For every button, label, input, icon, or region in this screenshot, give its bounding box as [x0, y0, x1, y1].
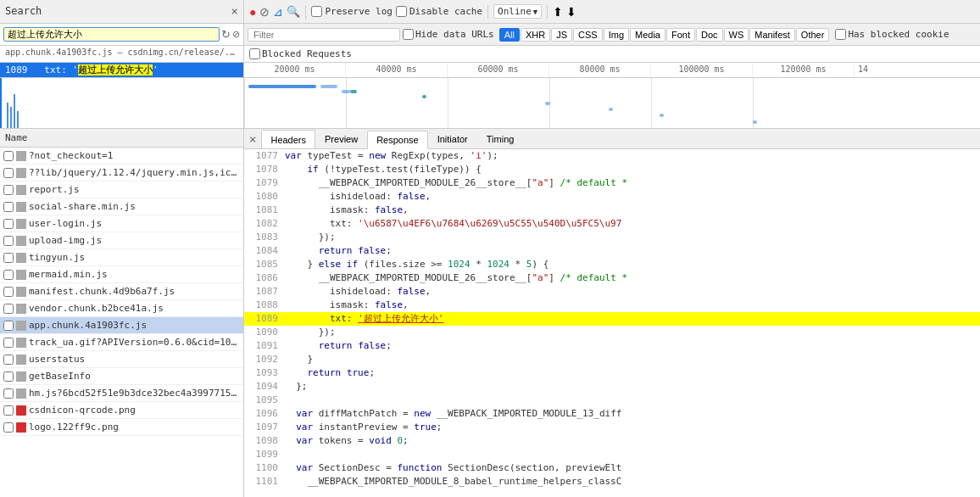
close-icon[interactable]: ×: [244, 132, 261, 146]
timeline-label-100000: 100000 ms: [651, 63, 753, 77]
list-item[interactable]: ??lib/jquery/1.12.4/jquery.min.js,iconfo…: [0, 165, 243, 181]
tab-headers[interactable]: Headers: [261, 130, 315, 148]
toolbar-divider3: [547, 5, 548, 19]
code-line: 1077 var typeTest = new RegExp(types, 'i…: [244, 149, 980, 163]
tab-preview[interactable]: Preview: [315, 130, 367, 148]
preserve-log-checkbox[interactable]: [311, 6, 322, 17]
code-view[interactable]: 1077 var typeTest = new RegExp(types, 'i…: [244, 149, 980, 497]
line-number: 1087: [248, 285, 278, 299]
code-line: 1101 __WEBPACK_IMPORTED_MODULE_8_babel_r…: [244, 475, 980, 489]
search-close-icon[interactable]: ×: [231, 4, 238, 18]
upload-button[interactable]: ⬆: [553, 5, 563, 19]
search-case-icon[interactable]: ⊘: [232, 29, 240, 40]
tab-doc[interactable]: Doc: [696, 28, 723, 42]
code-content: __WEBPACK_IMPORTED_MODULE_26__store__["a…: [285, 271, 627, 285]
image-red-icon: [16, 405, 26, 416]
timeline-label-60000: 60000 ms: [448, 63, 549, 77]
tab-img[interactable]: Img: [604, 28, 629, 42]
hide-data-urls-checkbox[interactable]: [403, 29, 414, 40]
line-number: 1094: [248, 380, 278, 394]
has-blocked-cookie-checkbox[interactable]: [835, 29, 846, 40]
code-content: var instantPreview = true;: [285, 421, 442, 434]
code-content: ishideload: false,: [285, 285, 431, 299]
list-item[interactable]: logo.122ff9c.png: [0, 419, 243, 436]
list-item[interactable]: ?not_checkout=1: [0, 148, 243, 165]
line-number: 1079: [248, 176, 278, 190]
code-line: 1079 __WEBPACK_IMPORTED_MODULE_26__store…: [244, 176, 980, 190]
code-content: [285, 448, 291, 461]
tab-css[interactable]: CSS: [573, 28, 603, 42]
list-item[interactable]: vendor.chunk.b2bce41a.js: [0, 300, 243, 317]
list-item[interactable]: user-login.js: [0, 215, 243, 232]
list-item[interactable]: upload-img.js: [0, 232, 243, 249]
timeline-label-end: 14: [855, 63, 980, 77]
code-line: 1088 ismask: false,: [244, 299, 980, 312]
filter-input[interactable]: [248, 28, 400, 42]
tab-font[interactable]: Font: [666, 28, 695, 42]
toolbar-divider: [305, 5, 306, 19]
code-line: 1085 } else if (files.size >= 1024 * 102…: [244, 258, 980, 271]
list-item[interactable]: track_ua.gif?APIVersion=0.6.0&cid=10_370…: [0, 334, 243, 351]
list-item[interactable]: mermaid.min.js: [0, 266, 243, 283]
code-content: ismask: false,: [285, 204, 409, 217]
tab-xhr[interactable]: XHR: [521, 28, 550, 42]
line-number: 1086: [248, 271, 278, 285]
timeline-label-20000: 20000 ms: [244, 63, 346, 77]
code-line: 1099: [244, 448, 980, 461]
tab-js[interactable]: JS: [551, 28, 572, 42]
tab-response[interactable]: Response: [367, 131, 428, 149]
line-number: 1099: [248, 448, 278, 461]
list-item[interactable]: manifest.chunk.4d9b6a7f.js: [0, 283, 243, 300]
image-red-icon: [16, 422, 26, 433]
filter-tabs: All XHR JS CSS Img Media Font Doc WS Man…: [499, 28, 830, 42]
line-number: 1090: [248, 326, 278, 339]
online-selector[interactable]: Online ▼: [493, 4, 542, 19]
code-content: [285, 394, 291, 407]
disable-cache-label[interactable]: Disable cache: [396, 6, 482, 17]
line-number: 1085: [248, 258, 278, 271]
file-list-panel: Name ?not_checkout=1 ??lib/jquery/1.12.4…: [0, 129, 243, 497]
search-refresh-icon[interactable]: ↻: [221, 28, 231, 41]
tab-all[interactable]: All: [499, 28, 520, 42]
blocked-requests-label[interactable]: Blocked Requests: [249, 48, 352, 59]
code-line: 1090 });: [244, 326, 980, 339]
code-line: 1087 ishideload: false,: [244, 285, 980, 299]
list-item[interactable]: report.js: [0, 181, 243, 198]
timeline-label-80000: 80000 ms: [549, 63, 651, 77]
list-item[interactable]: social-share.min.js: [0, 198, 243, 215]
record-button[interactable]: ●: [249, 5, 256, 19]
code-content: if (!typeTest.test(fileType)) {: [285, 163, 482, 176]
search-result-text: 1089 txt: '超过上传允许大小': [5, 64, 159, 75]
search-button[interactable]: 🔍: [287, 5, 300, 18]
list-item[interactable]: getBaseInfo: [0, 368, 243, 385]
list-item-selected[interactable]: app.chunk.4a1903fc.js: [0, 317, 243, 334]
tab-other[interactable]: Other: [796, 28, 830, 42]
tab-manifest[interactable]: Manifest: [749, 28, 795, 42]
line-number: 1092: [248, 353, 278, 366]
code-content: ishideload: false,: [285, 190, 431, 204]
tab-media[interactable]: Media: [630, 28, 665, 42]
disable-cache-checkbox[interactable]: [396, 6, 407, 17]
download-button[interactable]: ⬇: [566, 5, 576, 19]
hide-data-urls-label[interactable]: Hide data URLs: [403, 29, 494, 40]
code-content: txt: '超过上传允许大小': [285, 312, 443, 326]
tab-timing[interactable]: Timing: [477, 130, 524, 148]
line-number: 1097: [248, 421, 278, 434]
filter-button[interactable]: ⊿: [273, 5, 283, 19]
code-content: var SectionDesc = function SectionDesc(s…: [285, 461, 621, 475]
has-blocked-cookie-label[interactable]: Has blocked cookie: [835, 29, 949, 40]
list-item[interactable]: hm.js?6bcd52f51e9b3dce32bec4a3997715ac: [0, 385, 243, 402]
code-line: 1080 ishideload: false,: [244, 190, 980, 204]
code-content: } else if (files.size >= 1024 * 1024 * 5…: [285, 258, 548, 271]
tab-initiator[interactable]: Initiator: [428, 130, 477, 148]
list-item[interactable]: userstatus: [0, 351, 243, 368]
search-input[interactable]: [3, 27, 220, 42]
stop-button[interactable]: ⊘: [259, 5, 270, 19]
tab-ws[interactable]: WS: [724, 28, 749, 42]
line-number: 1083: [248, 231, 278, 244]
code-line: 1098 var tokens = void 0;: [244, 434, 980, 448]
list-item[interactable]: tingyun.js: [0, 249, 243, 266]
list-item[interactable]: csdnicon-qrcode.png: [0, 402, 243, 419]
blocked-requests-checkbox[interactable]: [249, 48, 260, 59]
preserve-log-label[interactable]: Preserve log: [311, 6, 392, 17]
